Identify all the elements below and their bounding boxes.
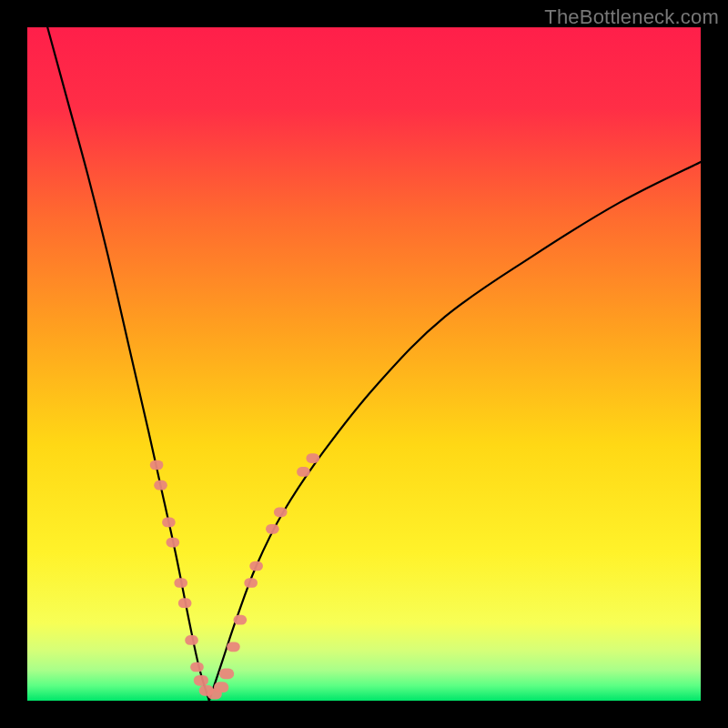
svg-rect-6 [185, 635, 198, 645]
svg-rect-19 [297, 467, 310, 477]
marker-point [167, 538, 180, 548]
marker-point [185, 635, 198, 645]
marker-point [306, 453, 319, 463]
svg-rect-7 [190, 662, 204, 672]
gradient-background [27, 27, 701, 701]
svg-rect-20 [306, 453, 319, 463]
svg-rect-1 [154, 480, 167, 490]
marker-point [274, 507, 288, 517]
svg-rect-18 [274, 507, 288, 517]
marker-point [249, 561, 263, 571]
svg-rect-15 [244, 578, 258, 588]
svg-rect-2 [162, 518, 176, 528]
svg-rect-11 [214, 682, 228, 693]
marker-point [266, 524, 279, 534]
marker-point [234, 615, 248, 625]
marker-point [219, 668, 234, 679]
svg-rect-17 [266, 524, 279, 534]
svg-rect-4 [174, 578, 187, 588]
svg-rect-13 [227, 642, 240, 652]
marker-point [190, 662, 204, 672]
svg-rect-8 [194, 675, 208, 686]
marker-point [162, 518, 176, 528]
svg-rect-3 [167, 538, 180, 548]
marker-point [150, 460, 164, 470]
marker-point [178, 598, 192, 608]
svg-rect-14 [234, 615, 248, 625]
marker-point [214, 682, 228, 693]
marker-point [244, 578, 258, 588]
plot-area [27, 27, 701, 701]
chart-svg [27, 27, 701, 701]
watermark-text: TheBottleneck.com [544, 5, 719, 29]
marker-point [194, 675, 208, 686]
marker-point [174, 578, 187, 588]
marker-point [297, 467, 310, 477]
svg-rect-16 [249, 561, 263, 571]
svg-rect-0 [150, 460, 164, 470]
chart-frame: TheBottleneck.com [0, 0, 728, 728]
svg-rect-5 [178, 598, 192, 608]
marker-point [154, 480, 167, 490]
svg-rect-12 [219, 668, 234, 679]
marker-point [227, 642, 240, 652]
